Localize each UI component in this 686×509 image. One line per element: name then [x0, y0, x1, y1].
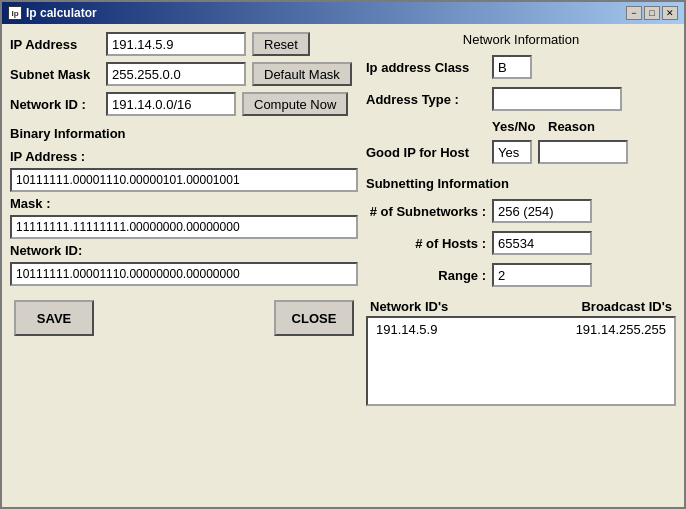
minimize-button[interactable]: − — [626, 6, 642, 20]
network-id-value: 191.14.5.9 — [376, 322, 437, 337]
ids-header-row: Network ID's Broadcast ID's — [366, 299, 676, 314]
reason-label: Reason — [548, 119, 595, 134]
subnetworks-input[interactable] — [492, 199, 592, 223]
yes-no-label: Yes/No — [492, 119, 542, 134]
default-mask-button[interactable]: Default Mask — [252, 62, 352, 86]
ip-class-input[interactable] — [492, 55, 532, 79]
broadcast-ids-header: Broadcast ID's — [581, 299, 672, 314]
range-label: Range : — [366, 268, 486, 283]
ip-address-row: IP Address Reset — [10, 32, 358, 56]
hosts-input[interactable] — [492, 231, 592, 255]
left-panel: IP Address Reset Subnet Mask Default Mas… — [10, 32, 358, 499]
ip-class-row: Ip address Class — [366, 55, 676, 79]
range-row: Range : — [366, 263, 676, 287]
address-type-label: Address Type : — [366, 92, 486, 107]
range-input[interactable] — [492, 263, 592, 287]
network-info-header: Network Information — [366, 32, 676, 47]
subnet-mask-input[interactable] — [106, 62, 246, 86]
address-type-input[interactable] — [492, 87, 622, 111]
good-ip-label: Good IP for Host — [366, 145, 486, 160]
ip-class-label: Ip address Class — [366, 60, 486, 75]
content-area: IP Address Reset Subnet Mask Default Mas… — [2, 24, 684, 507]
title-bar-left: Ip Ip calculator — [8, 6, 97, 20]
network-id-row: Network ID : Compute Now — [10, 92, 358, 116]
reset-button[interactable]: Reset — [252, 32, 310, 56]
subnet-mask-row: Subnet Mask Default Mask — [10, 62, 358, 86]
network-id-label: Network ID : — [10, 97, 100, 112]
network-id-input[interactable] — [106, 92, 236, 116]
good-ip-reason-input[interactable] — [538, 140, 628, 164]
maximize-button[interactable]: □ — [644, 6, 660, 20]
binary-ip-input[interactable] — [10, 168, 358, 192]
subnet-mask-label: Subnet Mask — [10, 67, 100, 82]
ip-address-label: IP Address — [10, 37, 100, 52]
hosts-label: # of Hosts : — [366, 236, 486, 251]
main-window: Ip Ip calculator − □ ✕ IP Address Reset … — [0, 0, 686, 509]
binary-section: IP Address : Mask : Network ID: — [10, 149, 358, 286]
binary-netid-input[interactable] — [10, 262, 358, 286]
subnetting-header: Subnetting Information — [366, 176, 676, 191]
subnetworks-label: # of Subnetworks : — [366, 204, 486, 219]
good-ip-row: Good IP for Host — [366, 140, 676, 164]
binary-mask-label: Mask : — [10, 196, 358, 211]
ids-row: 191.14.5.9 191.14.255.255 — [376, 322, 666, 337]
app-icon: Ip — [8, 6, 22, 20]
ip-address-input[interactable] — [106, 32, 246, 56]
address-type-row: Address Type : — [366, 87, 676, 111]
title-controls: − □ ✕ — [626, 6, 678, 20]
yes-no-header: Yes/No Reason — [492, 119, 676, 134]
subnetworks-row: # of Subnetworks : — [366, 199, 676, 223]
binary-netid-label: Network ID: — [10, 243, 358, 258]
close-button[interactable]: CLOSE — [274, 300, 354, 336]
hosts-row: # of Hosts : — [366, 231, 676, 255]
save-button[interactable]: SAVE — [14, 300, 94, 336]
compute-now-button[interactable]: Compute Now — [242, 92, 348, 116]
broadcast-id-value: 191.14.255.255 — [576, 322, 666, 337]
title-bar: Ip Ip calculator − □ ✕ — [2, 2, 684, 24]
network-ids-header: Network ID's — [370, 299, 448, 314]
right-panel: Network Information Ip address Class Add… — [366, 32, 676, 499]
window-close-button[interactable]: ✕ — [662, 6, 678, 20]
good-ip-yes-input[interactable] — [492, 140, 532, 164]
action-buttons: SAVE CLOSE — [10, 300, 358, 336]
binary-info-header: Binary Information — [10, 126, 358, 141]
binary-mask-input[interactable] — [10, 215, 358, 239]
window-title: Ip calculator — [26, 6, 97, 20]
ids-section: Network ID's Broadcast ID's 191.14.5.9 1… — [366, 299, 676, 406]
binary-ip-label: IP Address : — [10, 149, 358, 164]
ids-table: 191.14.5.9 191.14.255.255 — [366, 316, 676, 406]
